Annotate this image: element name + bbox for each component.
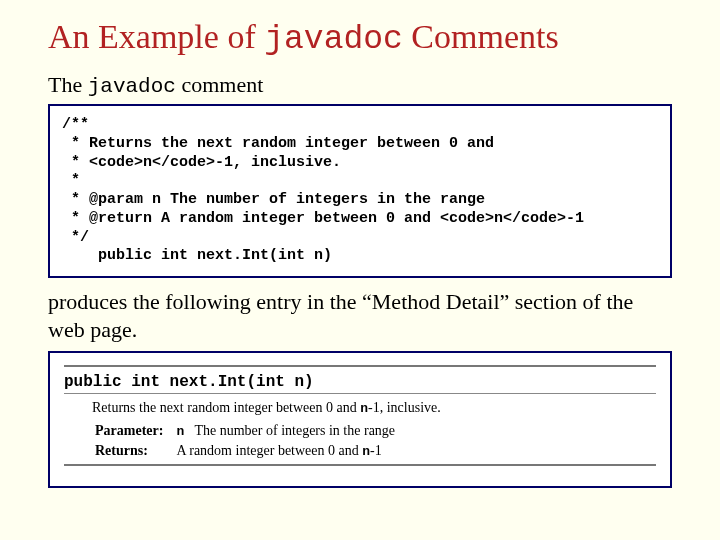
title-post: Comments — [403, 18, 559, 55]
desc-post: -1, inclusive. — [368, 400, 441, 415]
return-n: n — [362, 444, 370, 459]
slide-title: An Example of javadoc Comments — [48, 18, 672, 58]
title-pre: An Example of — [48, 18, 264, 55]
return-pre: A random integer between 0 and — [176, 443, 362, 458]
code-l7: */ — [62, 229, 89, 246]
intro-pre: The — [48, 72, 88, 97]
intro-mono: javadoc — [88, 75, 176, 98]
mid-text: produces the following entry in the “Met… — [48, 288, 672, 343]
code-l3: * <code>n</code>-1, inclusive. — [62, 154, 341, 171]
return-value: A random integer between 0 and n-1 — [175, 442, 405, 460]
code-l6: * @return A random integer between 0 and… — [62, 210, 584, 227]
param-name: n — [176, 424, 184, 439]
intro-line: The javadoc comment — [48, 72, 672, 98]
slide: An Example of javadoc Comments The javad… — [0, 0, 720, 488]
param-label: Parameter: — [94, 422, 173, 440]
rule-under-sig — [64, 393, 656, 394]
table-row: Returns: A random integer between 0 and … — [94, 442, 405, 460]
param-value: n The number of integers in the range — [175, 422, 405, 440]
rule-top — [64, 365, 656, 367]
method-signature: public int next.Int(int n) — [64, 373, 656, 391]
intro-post: comment — [176, 72, 263, 97]
output-box: public int next.Int(int n) Returns the n… — [48, 351, 672, 488]
param-desc: The number of integers in the range — [194, 423, 395, 438]
code-l5: * @param n The number of integers in the… — [62, 191, 485, 208]
code-l2: * Returns the next random integer betwee… — [62, 135, 494, 152]
desc-n: n — [360, 401, 368, 416]
method-description: Returns the next random integer between … — [92, 400, 656, 416]
param-table: Parameter: n The number of integers in t… — [92, 420, 407, 462]
code-box: /** * Returns the next random integer be… — [48, 104, 672, 278]
code-l8: public int next.Int(int n) — [62, 247, 332, 264]
table-row: Parameter: n The number of integers in t… — [94, 422, 405, 440]
desc-pre: Returns the next random integer between … — [92, 400, 360, 415]
return-post: -1 — [370, 443, 382, 458]
title-mono: javadoc — [264, 21, 403, 58]
code-l1: /** — [62, 116, 89, 133]
code-l4: * — [62, 172, 80, 189]
rule-bottom — [64, 464, 656, 466]
return-label: Returns: — [94, 442, 173, 460]
